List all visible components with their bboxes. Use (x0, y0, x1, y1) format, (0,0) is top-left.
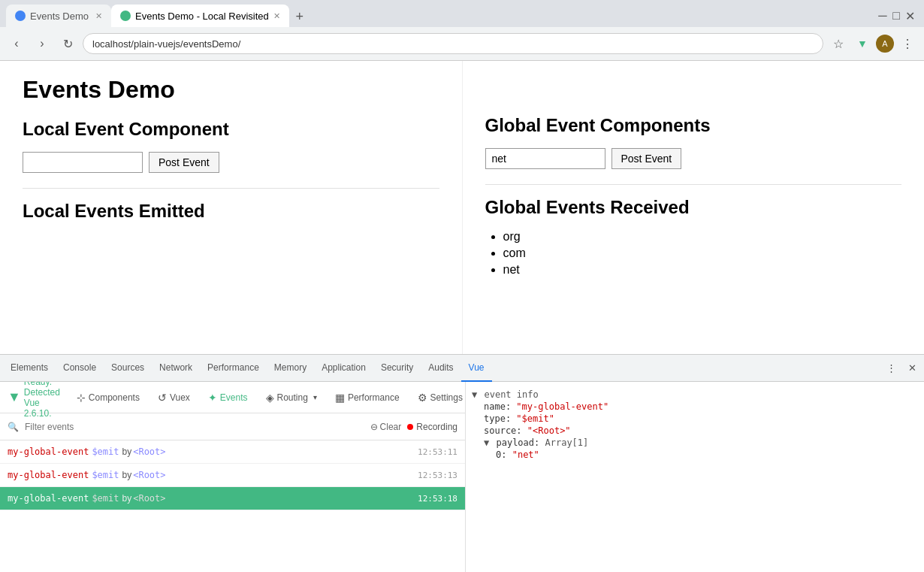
event-info-arrow[interactable]: ▼ (472, 389, 477, 400)
payload-arrow[interactable]: ▼ (484, 437, 489, 448)
forward-button[interactable]: › (32, 33, 53, 54)
devtools-tab-security[interactable]: Security (373, 355, 421, 382)
vuex-icon: ↺ (158, 392, 167, 404)
page-left: Events Demo Local Event Component Post E… (0, 61, 463, 354)
tab-events-demo[interactable]: Events Demo ✕ (6, 5, 111, 27)
event-item-1[interactable]: my-global-event $emit by <Root> 12:53:11 (0, 440, 465, 464)
devtools-tab-audits[interactable]: Audits (421, 355, 460, 382)
routing-button[interactable]: ◈ Routing ▾ (258, 389, 325, 407)
global-event-com: com (503, 247, 902, 260)
events-icon: ✦ (208, 392, 217, 404)
clear-icon: ⊖ (370, 422, 378, 432)
event-name-2: my-global-event (8, 470, 89, 480)
source-value: "<Root>" (527, 425, 571, 436)
local-event-input[interactable] (23, 152, 143, 173)
payload-item-row: 0: "net" (496, 449, 918, 460)
minimize-button[interactable]: ─ (877, 11, 888, 21)
tab-close-1[interactable]: ✕ (95, 11, 102, 21)
vue-logo: ▼ (8, 387, 21, 408)
event-info-body: name: "my-global-event" type: "$emit" so… (472, 401, 918, 460)
devtools-tab-elements[interactable]: Elements (3, 355, 56, 382)
maximize-button[interactable]: □ (891, 11, 901, 21)
page-right: Global Event Components Post Event Globa… (463, 61, 925, 354)
divider-2 (485, 184, 902, 185)
tab-close-2[interactable]: ✕ (273, 11, 280, 21)
performance-label: Performance (348, 392, 400, 403)
devtools-tab-memory[interactable]: Memory (267, 355, 314, 382)
tab-label-2: Events Demo - Local Revisited (135, 11, 269, 22)
event-name-row: name: "my-global-event" (484, 401, 918, 412)
event-info-header: ▼ event info (472, 389, 918, 400)
type-value: "$emit" (516, 413, 554, 424)
avatar[interactable]: A (876, 35, 894, 53)
recording-indicator: Recording (407, 422, 457, 432)
devtools-tab-network[interactable]: Network (152, 355, 200, 382)
global-event-org: org (503, 230, 902, 244)
event-item-3[interactable]: my-global-event $emit by <Root> 12:53:18 (0, 487, 465, 510)
event-detail: ▼ event info name: "my-global-event" typ… (472, 389, 918, 460)
payload-item-value: "net" (512, 449, 539, 460)
tab-events-demo-local[interactable]: Events Demo - Local Revisited ✕ (111, 5, 289, 27)
components-icon: ⊹ (77, 392, 86, 404)
page-title: Events Demo (23, 76, 439, 104)
devtools-tab-vue[interactable]: Vue (461, 355, 492, 382)
global-event-net: net (503, 263, 902, 277)
performance-button[interactable]: ▦ Performance (328, 389, 407, 407)
event-item-2[interactable]: my-global-event $emit by <Root> 12:53:13 (0, 464, 465, 487)
global-event-title: Global Event Components (485, 115, 902, 136)
clear-button[interactable]: ⊖ Clear (370, 422, 402, 432)
global-post-button[interactable]: Post Event (611, 148, 682, 169)
routing-chevron: ▾ (313, 393, 317, 401)
event-root-2: <Root> (133, 470, 165, 480)
recording-label: Recording (416, 422, 457, 432)
back-button[interactable]: ‹ (6, 33, 27, 54)
event-info-label: event info (484, 389, 538, 400)
routing-icon: ◈ (266, 392, 274, 404)
global-events-section: Global Events Received org com net (485, 197, 902, 277)
tab-favicon-1 (15, 11, 26, 21)
event-emitter-3: $emit (92, 493, 119, 504)
devtools-tab-bar: Elements Console Sources Network Perform… (0, 355, 924, 382)
components-label: Components (89, 392, 140, 403)
vue-devtools-icon[interactable]: ▼ (852, 33, 873, 54)
event-time-3: 12:53:18 (418, 494, 457, 504)
tab-label-1: Events Demo (30, 11, 89, 22)
components-button[interactable]: ⊹ Components (69, 389, 147, 407)
events-filter-bar: 🔍 ⊖ Clear Recording (0, 413, 465, 440)
local-event-input-row: Post Event (23, 152, 439, 173)
url-text: localhost/plain-vuejs/eventsDemo/ (92, 38, 814, 50)
devtools-panel: Elements Console Sources Network Perform… (0, 354, 924, 572)
devtools-close-icon[interactable]: ✕ (903, 359, 921, 377)
event-type-row: type: "$emit" (484, 413, 918, 424)
payload-body: 0: "net" (484, 449, 918, 460)
window-close-button[interactable]: ✕ (904, 11, 915, 21)
devtools-tab-performance[interactable]: Performance (200, 355, 267, 382)
event-source-row: source: "<Root>" (484, 425, 918, 436)
vue-toolbar: ▼ Ready. Detected Vue 2.6.10. ⊹ Componen… (0, 382, 465, 413)
filter-input[interactable] (25, 422, 364, 432)
menu-icon[interactable]: ⋮ (897, 33, 918, 54)
payload-label: Array[1] (545, 437, 589, 448)
page-content: Events Demo Local Event Component Post E… (0, 61, 924, 354)
type-key: type: (484, 413, 516, 424)
global-event-input[interactable] (485, 148, 605, 169)
devtools-tab-console[interactable]: Console (56, 355, 104, 382)
devtools-toolbar-icons: ⋮ ✕ (882, 359, 921, 377)
devtools-tab-sources[interactable]: Sources (104, 355, 152, 382)
settings-button[interactable]: ⚙ Settings (410, 389, 470, 407)
new-tab-button[interactable]: + (289, 6, 310, 27)
url-bar[interactable]: localhost/plain-vuejs/eventsDemo/ (83, 33, 823, 54)
event-name-3: my-global-event (8, 493, 89, 504)
browser-chrome: Events Demo ✕ Events Demo - Local Revisi… (0, 0, 924, 61)
reload-button[interactable]: ↻ (57, 33, 78, 54)
vuex-button[interactable]: ↺ Vuex (150, 389, 198, 407)
bookmark-icon[interactable]: ☆ (828, 33, 849, 54)
events-button[interactable]: ✦ Events (201, 389, 255, 407)
event-name-1: my-global-event (8, 446, 89, 457)
local-post-button[interactable]: Post Event (149, 152, 219, 173)
devtools-settings-icon[interactable]: ⋮ (882, 359, 900, 377)
event-time-1: 12:53:11 (418, 447, 457, 457)
devtools-tab-application[interactable]: Application (314, 355, 373, 382)
name-value: "my-global-event" (516, 401, 608, 412)
payload-item-key: 0: (496, 449, 512, 460)
